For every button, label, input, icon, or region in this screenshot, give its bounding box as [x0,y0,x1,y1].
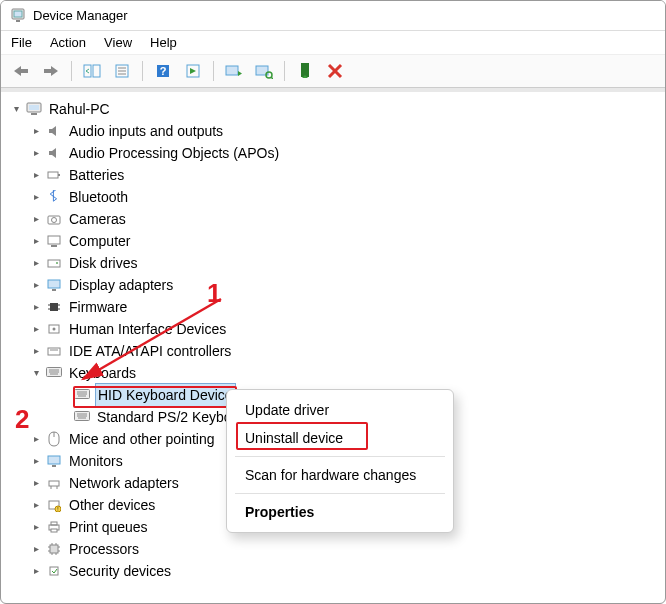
category-label: Cameras [67,208,128,230]
svg-rect-2 [16,20,20,22]
svg-rect-65 [51,522,57,525]
device-tree-panel: ▾ Rahul-PC ▸Audio inputs and outputs ▸Au… [1,88,665,599]
forward-button[interactable] [39,59,63,83]
toolbar-separator [284,61,285,81]
tree-category[interactable]: ▸Disk drives [1,252,665,274]
tree-category[interactable]: ▸Audio inputs and outputs [1,120,665,142]
context-properties[interactable]: Properties [229,498,451,526]
toolbar-separator [71,61,72,81]
chevron-right-icon[interactable]: ▸ [29,146,43,160]
tree-category[interactable]: ▸Computer [1,230,665,252]
category-label: Processors [67,538,141,560]
chevron-right-icon[interactable]: ▸ [29,190,43,204]
chevron-right-icon[interactable]: ▸ [29,256,43,270]
uninstall-button[interactable] [323,59,347,83]
chevron-right-icon[interactable]: ▸ [29,564,43,578]
tree-category[interactable]: ▸Bluetooth [1,186,665,208]
display-icon [45,276,63,294]
chevron-right-icon[interactable]: ▸ [29,344,43,358]
tree-category[interactable]: ▸Firmware [1,296,665,318]
svg-rect-33 [52,289,56,291]
svg-rect-28 [48,236,60,244]
category-label: Other devices [67,494,157,516]
svg-point-27 [52,218,57,223]
category-label: Disk drives [67,252,139,274]
show-hide-tree-button[interactable] [80,59,104,83]
svg-rect-18 [301,63,309,77]
tree-category[interactable]: ▸Cameras [1,208,665,230]
svg-rect-25 [58,174,60,176]
svg-rect-66 [51,529,57,532]
chevron-right-icon[interactable]: ▸ [29,124,43,138]
menu-help[interactable]: Help [150,35,177,50]
chevron-down-icon[interactable]: ▾ [9,102,23,116]
chevron-right-icon[interactable]: ▸ [29,300,43,314]
category-label: Display adapters [67,274,175,296]
action-button[interactable] [181,59,205,83]
tree-category-keyboards[interactable]: ▾Keyboards [1,362,665,384]
chevron-right-icon[interactable]: ▸ [29,168,43,182]
chevron-right-icon[interactable]: ▸ [29,212,43,226]
firmware-icon [45,298,63,316]
tree-root[interactable]: ▾ Rahul-PC [1,98,665,120]
svg-line-17 [271,77,273,79]
title-bar: Device Manager [1,1,665,31]
chevron-right-icon[interactable]: ▸ [29,454,43,468]
svg-text:?: ? [160,65,167,77]
toolbar-separator [142,61,143,81]
menu-bar: File Action View Help [1,31,665,54]
tree-category[interactable]: ▸Processors [1,538,665,560]
svg-rect-14 [226,66,238,75]
menu-file[interactable]: File [11,35,32,50]
menu-view[interactable]: View [104,35,132,50]
chevron-right-icon[interactable]: ▸ [29,234,43,248]
category-label: Mice and other pointing [67,428,217,450]
monitor-icon [45,452,63,470]
chevron-right-icon[interactable]: ▸ [29,498,43,512]
chevron-right-icon[interactable]: ▸ [29,476,43,490]
toolbar: ? [1,54,665,88]
tree-category[interactable]: ▸Display adapters [1,274,665,296]
chevron-right-icon[interactable]: ▸ [29,322,43,336]
chevron-right-icon[interactable]: ▸ [29,432,43,446]
tree-category[interactable]: ▸Human Interface Devices [1,318,665,340]
tree-category[interactable]: ▸IDE ATA/ATAPI controllers [1,340,665,362]
category-label: Firmware [67,296,129,318]
svg-rect-34 [50,303,58,311]
chevron-right-icon[interactable]: ▸ [29,542,43,556]
category-label: Audio inputs and outputs [67,120,225,142]
add-legacy-button[interactable] [293,59,317,83]
bluetooth-icon [45,188,63,206]
properties-button[interactable] [110,59,134,83]
battery-icon [45,166,63,184]
computer-icon [25,100,43,118]
tree-category[interactable]: ▸Audio Processing Objects (APOs) [1,142,665,164]
ide-icon [45,342,63,360]
processor-icon [45,540,63,558]
chevron-right-icon[interactable]: ▸ [29,520,43,534]
category-label: Audio Processing Objects (APOs) [67,142,281,164]
context-uninstall-device[interactable]: Uninstall device [229,424,451,452]
context-update-driver[interactable]: Update driver [229,396,451,424]
svg-point-40 [53,328,56,331]
back-button[interactable] [9,59,33,83]
chevron-right-icon[interactable]: ▸ [29,278,43,292]
chevron-down-icon[interactable]: ▾ [29,366,43,380]
help-button[interactable]: ? [151,59,175,83]
svg-rect-6 [93,65,100,77]
category-label: Computer [67,230,132,252]
svg-rect-76 [50,567,58,575]
window-title: Device Manager [33,8,128,23]
menu-action[interactable]: Action [50,35,86,50]
mouse-icon [45,430,63,448]
svg-rect-24 [48,172,58,178]
scan-hardware-button[interactable] [252,59,276,83]
category-label: Bluetooth [67,186,130,208]
category-label: Human Interface Devices [67,318,228,340]
tree-category[interactable]: ▸Batteries [1,164,665,186]
tree-category[interactable]: ▸Security devices [1,560,665,582]
svg-rect-23 [31,113,37,115]
update-driver-button[interactable] [222,59,246,83]
svg-rect-56 [48,456,60,464]
context-scan-hardware[interactable]: Scan for hardware changes [229,461,451,489]
